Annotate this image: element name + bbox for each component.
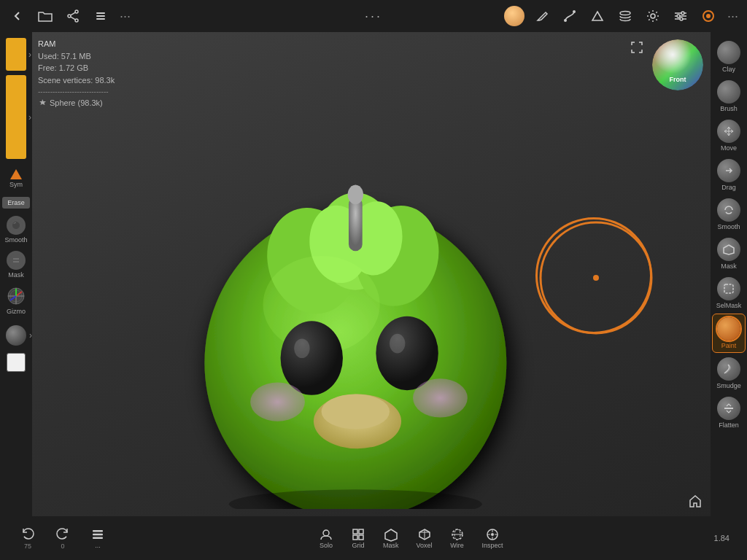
mask-r-label: Mask (721, 262, 737, 270)
viewport[interactable]: RAM Used: 57.1 MB Free: 1.72 GB Scene ve… (32, 32, 711, 516)
color-white-swatch[interactable] (7, 353, 26, 372)
mask-tool-button[interactable]: Mask (712, 235, 746, 273)
undo-count: 75 (24, 542, 31, 550)
smooth-tool-button[interactable]: Smooth (712, 195, 746, 233)
svg-point-0 (75, 10, 78, 13)
paint-tool-button[interactable]: Paint (712, 314, 746, 353)
toolbar-center: ··· (365, 9, 382, 24)
back-button[interactable] (6, 4, 29, 28)
settings-button[interactable] (641, 4, 665, 28)
svg-point-16 (677, 15, 680, 18)
svg-point-44 (390, 334, 405, 354)
solo-button[interactable]: Solo (310, 524, 342, 552)
nav-ball[interactable]: Front (652, 39, 703, 90)
smooth-sphere (717, 198, 740, 222)
svg-rect-56 (353, 529, 357, 534)
stack-button[interactable] (614, 4, 637, 28)
wire-label: Wire (450, 542, 464, 549)
bottom-toolbar: 75 0 ... Solo Grid Mask Voxel Wi (0, 516, 747, 560)
gizmo-icon (6, 286, 26, 306)
profile-button[interactable] (503, 4, 526, 28)
sym-button[interactable]: Sym (3, 166, 29, 191)
inspect-button[interactable]: Inspect (473, 524, 512, 552)
mask-bottom-button[interactable]: Mask (374, 524, 408, 552)
smudge-label: Smudge (716, 382, 741, 389)
color-swatch-1[interactable]: › (2, 38, 30, 71)
bottom-center-controls: Solo Grid Mask Voxel Wire Inspect (114, 524, 708, 552)
svg-point-21 (9, 254, 23, 267)
svg-point-8 (564, 19, 567, 22)
brush-sphere (717, 80, 740, 104)
wire-button[interactable]: Wire (441, 524, 473, 552)
svg-point-42 (294, 338, 309, 358)
svg-point-40 (348, 184, 363, 204)
move-sphere (717, 120, 740, 143)
grid-label: Grid (352, 542, 364, 549)
redo-button[interactable]: 0 (47, 524, 79, 553)
triangle-button[interactable] (586, 4, 609, 28)
svg-rect-7 (96, 18, 105, 20)
brush-label: Brush (720, 105, 738, 112)
more-button[interactable]: ... (82, 524, 114, 552)
more-label: ... (95, 542, 101, 549)
svg-point-2 (68, 15, 71, 18)
home-button[interactable] (686, 491, 705, 510)
brush-tool-button[interactable]: Brush (712, 77, 746, 115)
mask-icon (7, 251, 26, 270)
gizmo-label: Gizmo (7, 308, 26, 315)
undo-button[interactable]: 75 (12, 524, 44, 553)
svg-line-3 (71, 12, 75, 15)
svg-line-4 (71, 17, 75, 20)
toolbar-left-more[interactable]: ··· (117, 9, 133, 24)
drag-sphere (717, 159, 740, 182)
right-sidebar: Clay Brush Move Drag Smooth Mask (711, 32, 747, 516)
svg-point-43 (376, 316, 438, 390)
left-sidebar: › › Sym Erase Smooth Mask (0, 32, 32, 516)
paint-sphere (717, 317, 740, 341)
selmask-sphere (717, 277, 740, 300)
drag-label: Drag (721, 184, 736, 191)
pen-tool-button[interactable] (530, 4, 554, 28)
svg-rect-59 (359, 535, 363, 540)
svg-point-19 (706, 14, 711, 18)
toolbar-left: ··· (6, 4, 133, 28)
flatten-sphere (717, 397, 740, 420)
bottom-left-controls: 75 0 ... (12, 524, 114, 553)
svg-point-46 (413, 378, 468, 417)
color-sphere-button[interactable]: › (6, 325, 26, 346)
bottom-right-controls: 1.84 (708, 531, 735, 545)
fullscreen-button[interactable] (627, 38, 646, 57)
brush-active-button[interactable] (697, 4, 720, 28)
color-swatch-2[interactable]: › (2, 75, 30, 159)
svg-marker-60 (385, 529, 397, 541)
voxel-label: Voxel (417, 542, 433, 549)
svg-point-49 (229, 489, 482, 509)
smooth-button[interactable]: Smooth (2, 214, 30, 245)
flatten-tool-button[interactable]: Flatten (712, 394, 746, 432)
folder-button[interactable] (34, 4, 57, 28)
svg-rect-53 (93, 534, 103, 536)
svg-rect-5 (96, 12, 105, 14)
grid-button[interactable]: Grid (342, 524, 374, 552)
nav-front-label: Front (670, 76, 686, 83)
smudge-tool-button[interactable]: Smudge (712, 354, 746, 392)
svg-rect-57 (359, 529, 363, 534)
share-button[interactable] (61, 4, 85, 28)
move-tool-button[interactable]: Move (712, 117, 746, 155)
svg-point-17 (680, 18, 683, 20)
sliders-button[interactable] (669, 4, 692, 28)
erase-button[interactable]: Erase (2, 197, 30, 209)
gizmo-button[interactable]: Gizmo (2, 284, 30, 316)
mask-bottom-label: Mask (383, 542, 399, 549)
voxel-button[interactable]: Voxel (408, 524, 441, 552)
sym-label: Sym (9, 181, 23, 188)
drag-tool-button[interactable]: Drag (712, 156, 746, 194)
toolbar-right-more[interactable]: ··· (724, 9, 741, 24)
clay-tool-button[interactable]: Clay (712, 38, 746, 76)
mask-button[interactable]: Mask (2, 249, 30, 280)
selmask-tool-button[interactable]: SelMask (712, 274, 746, 312)
svg-rect-52 (93, 530, 103, 532)
layers-button[interactable] (89, 4, 112, 28)
bezier-button[interactable] (558, 4, 581, 28)
sym-icon (10, 169, 22, 179)
